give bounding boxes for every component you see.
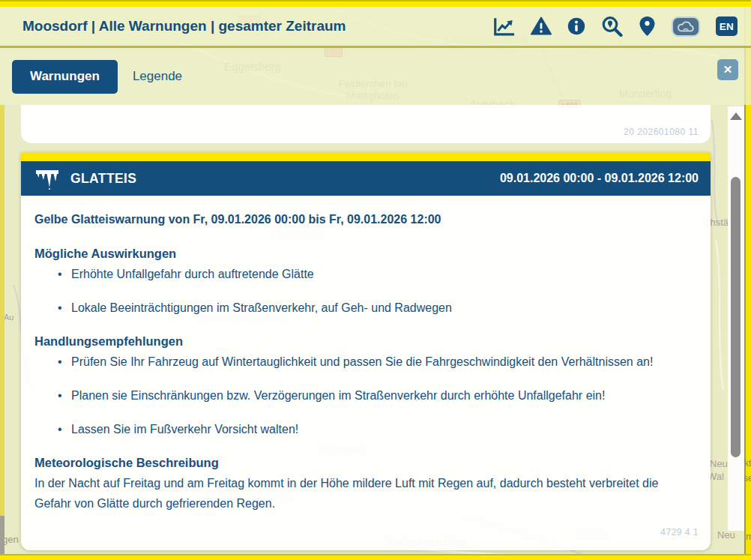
section-heading-auswirkungen: Mögliche Auswirkungen <box>34 244 696 264</box>
warning-triangle-icon[interactable] <box>531 16 552 36</box>
empfehlungen-list: Prüfen Sie Ihr Fahrzeug auf Wintertaugli… <box>34 352 696 439</box>
close-icon[interactable]: ✕ <box>717 59 738 80</box>
warning-lead: Gelbe Glatteiswarnung von Fr, 09.01.2026… <box>34 209 696 229</box>
warning-title: GLATTEIS <box>70 171 136 187</box>
map-label-au: Au <box>4 313 13 322</box>
map-label-fragment: Neu <box>717 529 735 541</box>
language-button[interactable]: EN <box>716 16 738 36</box>
map-bottom-warning-strip <box>0 554 751 560</box>
glatteis-icicle-icon <box>34 167 60 190</box>
tab-warnungen[interactable]: Warnungen <box>12 60 118 94</box>
tab-legende[interactable]: Legende <box>133 69 182 84</box>
list-item: Lassen Sie im Fußverkehr Vorsicht walten… <box>71 419 696 439</box>
app-window: Geratsberg Oberimprechting Eggelsberg Fe… <box>0 0 751 560</box>
warning-id-code: 4729 4 1 <box>660 523 699 543</box>
list-item: Planen sie Einschränkungen bzw. Verzöger… <box>71 385 696 406</box>
map-left-gray-strip <box>0 516 4 554</box>
severity-bar-yellow <box>21 152 711 161</box>
app-header: Moosdorf | Alle Warnungen | gesamter Zei… <box>0 7 751 46</box>
map-left-warning-strip <box>0 105 4 554</box>
radar-cloud-icon <box>676 19 696 33</box>
list-item: Prüfen Sie Ihr Fahrzeug auf Wintertaugli… <box>71 352 696 372</box>
warning-card-header: GLATTEIS 09.01.2026 00:00 - 09.01.2026 1… <box>21 161 711 196</box>
header-icon-bar: EN <box>492 16 738 37</box>
map-label-fragment: se <box>744 473 751 484</box>
chart-icon[interactable] <box>492 16 515 37</box>
map-top-warning-strip <box>0 0 751 7</box>
map-label-fragment: gen <box>2 534 19 545</box>
warning-period: 09.01.2026 00:00 - 09.01.2026 12:00 <box>500 172 699 185</box>
map-label-fragment: kt <box>744 458 751 469</box>
scroll-thumb[interactable] <box>731 177 741 457</box>
panel-tab-bar: Warnungen Legende ✕ <box>0 46 751 105</box>
radar-cloud-button[interactable] <box>672 16 700 37</box>
page-title: Moosdorf | Alle Warnungen | gesamter Zei… <box>22 18 346 34</box>
info-icon[interactable] <box>567 17 585 35</box>
scroll-up-arrow-icon[interactable] <box>730 112 742 120</box>
search-location-icon[interactable] <box>601 16 623 37</box>
list-item: Lokale Beeinträchtigungen im Straßenverk… <box>71 298 696 318</box>
list-item: Erhöhte Unfallgefahr durch auftretende G… <box>71 264 696 284</box>
previous-warning-card[interactable]: 20 202601080 11 <box>21 105 711 143</box>
section-heading-meteorologie: Meteorologische Beschreibung <box>34 453 696 473</box>
section-heading-empfehlungen: Handlungsempfehlungen <box>34 331 696 352</box>
location-pin-icon[interactable] <box>639 16 656 37</box>
warning-card-glatteis: GLATTEIS 09.01.2026 00:00 - 09.01.2026 1… <box>21 152 711 550</box>
auswirkungen-list: Erhöhte Unfallgefahr durch auftretende G… <box>34 264 696 318</box>
map-label-fragment: m <box>746 531 751 542</box>
warning-id-code: 20 202601080 11 <box>624 127 699 137</box>
warning-card-body: Gelbe Glatteiswarnung von Fr, 09.01.2026… <box>21 196 711 550</box>
meteo-description: In der Nacht auf Freitag und am Freitag … <box>34 473 696 514</box>
scrollbar[interactable] <box>728 106 744 531</box>
